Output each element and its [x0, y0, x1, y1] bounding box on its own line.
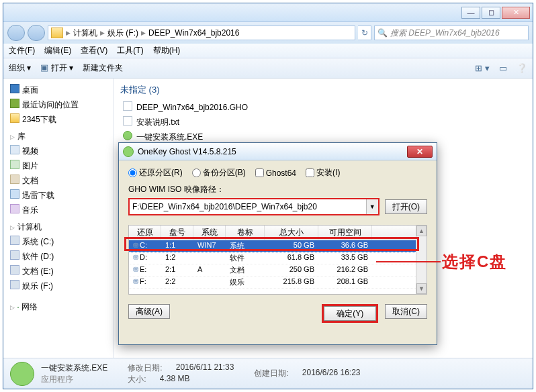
file-icon: [123, 101, 132, 111]
drive-icon: [10, 250, 19, 260]
video-icon: [10, 145, 19, 154]
sidebar-recent[interactable]: 最近访问的位置: [3, 97, 113, 112]
folder-icon: [51, 28, 63, 38]
sidebar-pictures[interactable]: 图片: [3, 158, 113, 173]
menu-tools[interactable]: 工具(T): [117, 45, 143, 56]
refresh-button[interactable]: ↻: [358, 26, 371, 40]
back-button[interactable]: [7, 25, 25, 41]
desktop-icon: [10, 84, 19, 93]
search-icon: 🔍: [377, 28, 388, 38]
path-label: GHO WIM ISO 映像路径：: [128, 184, 427, 195]
confirm-button[interactable]: 确定(Y): [324, 306, 376, 321]
checkbox-ghost64[interactable]: Ghost64: [255, 168, 296, 178]
recent-icon: [10, 99, 19, 108]
annotation-text: 选择C盘: [442, 251, 507, 273]
drive-icon: [10, 265, 19, 275]
new-folder-button[interactable]: 新建文件夹: [83, 62, 123, 74]
open-button[interactable]: ▣ 打开 ▾: [40, 62, 73, 74]
sidebar-drive-c[interactable]: 系统 (C:): [3, 234, 113, 249]
app-icon: [123, 146, 134, 157]
sidebar-video[interactable]: 视频: [3, 144, 113, 158]
menu-help[interactable]: 帮助(H): [153, 45, 181, 56]
network-icon: [17, 307, 19, 308]
dialog-close-button[interactable]: ✕: [407, 146, 433, 158]
onekey-ghost-dialog: OneKey Ghost V14.5.8.215 ✕ 还原分区(R) 备份分区(…: [118, 142, 437, 345]
cancel-button[interactable]: 取消(C): [385, 304, 427, 319]
file-icon: [123, 116, 132, 126]
breadcrumb-part[interactable]: 娱乐 (F:): [107, 28, 138, 39]
confirm-highlight: 确定(Y): [322, 304, 378, 323]
sidebar-network[interactable]: 网络: [3, 297, 113, 314]
folder-icon: [10, 113, 19, 123]
image-path-input[interactable]: [130, 199, 378, 214]
organize-button[interactable]: 组织 ▾: [9, 62, 31, 74]
partition-row[interactable]: C:1:1WIN7系统50 GB36.6 GB: [129, 240, 427, 252]
download-icon: [10, 189, 19, 199]
sidebar-xunlei[interactable]: 迅雷下载: [3, 188, 113, 203]
sidebar-desktop[interactable]: 桌面: [3, 83, 113, 97]
window-titlebar: — ◻ ✕: [3, 3, 533, 22]
checkbox-install[interactable]: 安装(I): [306, 167, 340, 179]
selected-file-icon: [10, 362, 34, 386]
help-icon[interactable]: ❔: [517, 63, 527, 73]
scroll-up-icon[interactable]: ▲: [416, 226, 427, 236]
menu-view[interactable]: 查看(V): [81, 45, 107, 56]
toolbar: 组织 ▾ ▣ 打开 ▾ 新建文件夹 ⊞ ▾ ▭ ❔: [3, 58, 533, 79]
menu-file[interactable]: 文件(F): [9, 45, 35, 56]
sidebar-drive-d[interactable]: 软件 (D:): [3, 249, 113, 264]
radio-backup[interactable]: 备份分区(B): [192, 167, 246, 179]
pictures-icon: [10, 160, 19, 169]
sidebar: 桌面 最近访问的位置 2345下载 库 视频 图片 文档 迅雷下载 音乐 计算机…: [3, 79, 114, 358]
breadcrumb-part[interactable]: DEEP_Win7x64_bjb2016: [148, 28, 239, 38]
close-button[interactable]: ✕: [502, 7, 530, 19]
advanced-button[interactable]: 高级(A): [128, 304, 170, 319]
open-image-button[interactable]: 打开(O): [385, 199, 427, 214]
group-heading: 未指定 (3): [120, 84, 526, 96]
forward-button[interactable]: [28, 25, 45, 41]
address-bar: ▶ 计算机 ▶ 娱乐 (F:) ▶ DEEP_Win7x64_bjb2016 ↻…: [3, 22, 533, 44]
documents-icon: [10, 175, 19, 184]
sidebar-documents[interactable]: 文档: [3, 173, 113, 188]
sidebar-drive-f[interactable]: 娱乐 (F:): [3, 279, 113, 293]
partition-row[interactable]: E:2:1A文档250 GB216.2 GB: [129, 264, 427, 277]
partition-row[interactable]: F:2:2娱乐215.8 GB208.1 GB: [129, 277, 427, 289]
sidebar-libraries[interactable]: 库: [3, 127, 113, 144]
mode-options: 还原分区(R) 备份分区(B) Ghost64 安装(I): [128, 167, 427, 179]
sidebar-drive-e[interactable]: 文档 (E:): [3, 264, 113, 279]
music-icon: [10, 204, 19, 213]
minimize-button[interactable]: —: [461, 7, 480, 19]
partition-table: 还原 盘号 系统 卷标 总大小 可用空间 C:1:1WIN7系统50 GB36.…: [128, 225, 427, 295]
radio-restore[interactable]: 还原分区(R): [128, 167, 183, 179]
drive-icon: [10, 236, 19, 245]
file-item[interactable]: 安装说明.txt: [120, 115, 526, 130]
annotation-line: [376, 261, 441, 262]
breadcrumb-part[interactable]: 计算机: [73, 28, 97, 39]
exe-icon: [123, 131, 132, 140]
dialog-title: OneKey Ghost V14.5.8.215: [138, 147, 236, 156]
menu-edit[interactable]: 编辑(E): [44, 45, 71, 56]
sidebar-computer[interactable]: 计算机: [3, 217, 113, 234]
scroll-down-icon[interactable]: ▼: [416, 283, 427, 294]
status-filetype: 应用程序: [41, 374, 107, 385]
table-header: 还原 盘号 系统 卷标 总大小 可用空间: [129, 226, 427, 240]
status-bar: 一键安装系统.EXE 应用程序 修改日期: 2016/6/11 21:33 大小…: [3, 358, 533, 389]
dialog-titlebar: OneKey Ghost V14.5.8.215 ✕: [119, 143, 437, 160]
sidebar-music[interactable]: 音乐: [3, 203, 113, 217]
sidebar-2345[interactable]: 2345下载: [3, 112, 113, 127]
file-item[interactable]: DEEP_Win7x64_bjb2016.GHO: [120, 100, 526, 115]
path-dropdown-button[interactable]: ▼: [366, 199, 378, 214]
preview-pane-icon[interactable]: ▭: [499, 63, 507, 73]
path-highlight: ▼: [128, 198, 379, 215]
search-input[interactable]: 🔍 搜索 DEEP_Win7x64_bjb2016: [374, 26, 529, 40]
maximize-button[interactable]: ◻: [482, 7, 500, 19]
menu-bar: 文件(F) 编辑(E) 查看(V) 工具(T) 帮助(H): [3, 44, 533, 58]
status-filename: 一键安装系统.EXE: [41, 362, 107, 374]
drive-icon: [10, 280, 19, 289]
view-options-icon[interactable]: ⊞ ▾: [475, 63, 490, 73]
breadcrumb[interactable]: ▶ 计算机 ▶ 娱乐 (F:) ▶ DEEP_Win7x64_bjb2016: [48, 26, 355, 40]
partition-row[interactable]: D:1:2软件61.8 GB33.5 GB: [129, 252, 427, 264]
table-scrollbar[interactable]: ▲ ▼: [416, 226, 427, 294]
